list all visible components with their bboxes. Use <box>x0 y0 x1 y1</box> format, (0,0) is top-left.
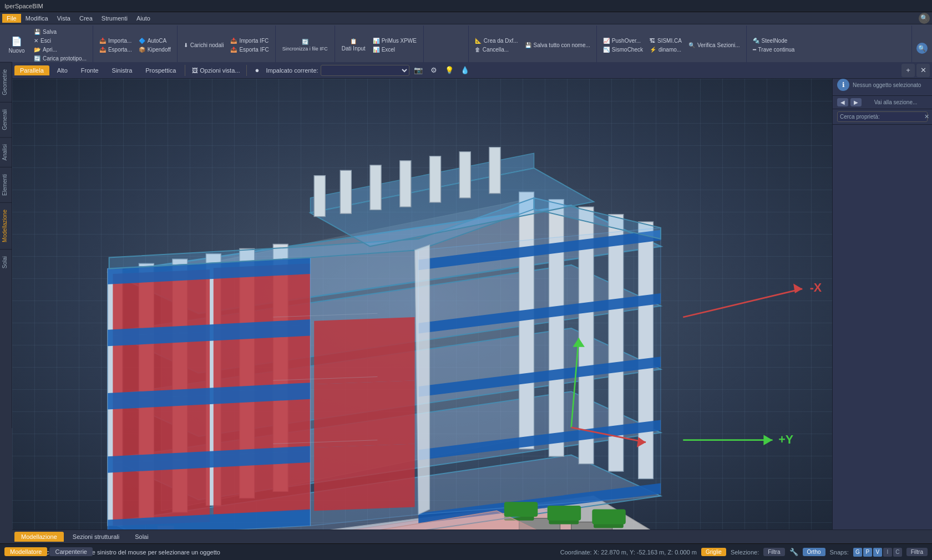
verifica-sezioni-button[interactable]: 🔍Verifica Sezioni... <box>686 41 743 49</box>
apri-button[interactable]: 📂Apri... <box>31 45 89 54</box>
cancella-button[interactable]: 🗑Cancella... <box>472 45 521 54</box>
vai-sezione-label[interactable]: Vai alla sezione... <box>864 99 928 105</box>
sidebar-tab-analisi[interactable]: Analisi <box>0 137 12 167</box>
menu-vista[interactable]: Vista <box>53 14 75 23</box>
svg-rect-42 <box>548 506 581 521</box>
svg-rect-35 <box>489 147 500 194</box>
menu-bar: File Modifica Vista Crea Strumenti Aiuto… <box>0 12 932 24</box>
close-viewport-icon[interactable]: ✕ <box>916 64 930 77</box>
salva-button[interactable]: 💾Salva <box>31 28 89 36</box>
menu-modifica[interactable]: Modifica <box>21 14 53 23</box>
bottom-tab-sezioni[interactable]: Sezioni strutturali <box>66 532 126 542</box>
opzioni-vista-button[interactable]: 🖼 Opzioni vista... <box>189 66 243 75</box>
view-toolbar: Parallela Alto Fronte Sinistra Prospetti… <box>12 62 932 79</box>
bottom-tab-solai[interactable]: Solai <box>128 532 155 542</box>
separator2 <box>246 65 247 76</box>
viewport[interactable]: -X +Y -Z Z X Y <box>12 79 832 530</box>
steelnode-button[interactable]: 🔩SteelNode <box>750 37 798 45</box>
nuovo-button[interactable]: 📄 Nuovo <box>3 34 30 55</box>
svg-line-44 <box>683 289 802 317</box>
sincronizza-button[interactable]: 🔄 Sincronizza i file IFC <box>279 37 331 53</box>
no-object-label: Nessun oggetto selezionato <box>853 82 921 88</box>
svg-rect-29 <box>314 176 325 217</box>
dati-input-button[interactable]: 📋 Dati Input <box>338 37 369 53</box>
building-3d: -X +Y -Z Z X Y <box>12 79 832 530</box>
cerca-clear-icon[interactable]: ✕ <box>924 113 929 120</box>
view-tab-alto[interactable]: Alto <box>52 65 73 75</box>
snap-v[interactable]: V <box>873 548 882 557</box>
bottom-tab-modellazione[interactable]: Modellazione <box>14 532 64 542</box>
kipendoff-button[interactable]: 📦Kipendoff <box>136 45 174 54</box>
snap-p[interactable]: P <box>863 548 872 557</box>
properties-search: Cerca proprietà: ✕ <box>833 109 932 125</box>
salva-tutto-button[interactable]: 💾Salva tutto con nome... <box>522 41 593 49</box>
sismocheck-button[interactable]: 📉SismoCheck <box>600 45 646 54</box>
svg-rect-30 <box>340 170 351 213</box>
primus-xpwe-button[interactable]: 📊PriMus XPWE <box>370 37 419 45</box>
griglie-button[interactable]: Griglie <box>701 548 726 556</box>
ribbon-buttons-importa: 📥Importa... 📤Esporta... 🔷AutoCA 📦Kipendo… <box>97 27 174 63</box>
view-tab-prospettica[interactable]: Prospettica <box>140 65 181 75</box>
esporta-ifc-button[interactable]: 📤Esporta IFC <box>227 45 271 54</box>
snap-g[interactable]: G <box>853 548 862 557</box>
lower-left-tabs: Modellatore Carpenterie <box>0 543 97 560</box>
menu-strumenti[interactable]: Strumenti <box>97 14 132 23</box>
svg-rect-34 <box>459 152 470 198</box>
expand-icon[interactable]: + <box>901 64 915 77</box>
nav-fwd-button[interactable]: ▶ <box>850 98 862 106</box>
svg-rect-32 <box>400 161 411 207</box>
ll-tab-carpenterie[interactable]: Carpenterie <box>49 547 92 556</box>
light-icon[interactable]: 💡 <box>443 64 456 77</box>
filter-icon[interactable]: 🔧 <box>789 548 798 556</box>
autocad-button[interactable]: 🔷AutoCA <box>136 37 174 45</box>
ll-tab-modellatore[interactable]: Modellatore <box>4 547 47 556</box>
trave-continua-button[interactable]: ━Trave continua <box>750 45 798 54</box>
ribbon-search-icon[interactable]: 🔍 <box>916 43 928 54</box>
snap-i[interactable]: I <box>883 548 892 557</box>
menu-crea[interactable]: Crea <box>75 14 97 23</box>
sidebar-tab-modellazione[interactable]: Modellazione <box>0 202 12 249</box>
carica-prototipo-button[interactable]: 🔄Carica prototipo... <box>31 54 89 63</box>
camera-icon[interactable]: 📷 <box>412 64 425 77</box>
app-title: IperSpaceBIM <box>4 3 43 9</box>
sidebar-tab-geometrie[interactable]: Geometrie <box>0 62 12 102</box>
svg-marker-48 <box>763 435 772 445</box>
viewport-controls: + ✕ <box>901 64 930 77</box>
crea-da-dxf-button[interactable]: 📐Crea da Dxf... <box>472 37 521 45</box>
sidebar-tab-elementi[interactable]: Elementi <box>0 167 12 202</box>
view-tab-fronte[interactable]: Fronte <box>75 65 104 75</box>
drop-icon[interactable]: 💧 <box>458 64 472 77</box>
sidebar-tab-solai[interactable]: Solai <box>0 249 12 275</box>
ortho-button[interactable]: Ortho <box>803 548 825 556</box>
snap-c[interactable]: C <box>893 548 902 557</box>
properties-panel: Proprietà 🗗 ✕ ℹ Nessun oggetto seleziona… <box>832 62 932 530</box>
filtra-right-button[interactable]: Filtra <box>906 548 928 556</box>
search-icon[interactable]: 🔍 <box>919 13 930 24</box>
nav-back-button[interactable]: ◀ <box>837 98 848 106</box>
sismica-button[interactable]: 🏗SISMI.CA <box>647 37 685 45</box>
search-field-container: Cerca proprietà: ✕ <box>837 111 928 122</box>
dinamo-button[interactable]: ⚡dinamo... <box>647 45 685 54</box>
view-tab-parallela[interactable]: Parallela <box>14 65 49 75</box>
esci-button[interactable]: ✕Esci <box>31 37 89 45</box>
importa-ifc-button[interactable]: 📥Importa IFC <box>227 37 271 45</box>
properties-nav: ◀ ▶ Vai alla sezione... <box>833 96 932 109</box>
svg-marker-45 <box>793 283 802 293</box>
svg-text:-X: -X <box>810 281 822 294</box>
dati-input-icon: 📋 <box>350 38 357 44</box>
menu-file[interactable]: File <box>2 14 21 23</box>
importa-button[interactable]: 📥Importa... <box>97 37 135 45</box>
settings-icon[interactable]: ⚙ <box>427 64 440 77</box>
impalcato-select[interactable] <box>321 65 409 76</box>
carichi-nodali-button[interactable]: ⬇Carichi nodali <box>181 41 227 49</box>
viewport-bg: -X +Y -Z Z X Y <box>12 79 832 530</box>
view-toggle-icon1[interactable]: ● <box>250 64 264 77</box>
esporta-button[interactable]: 📤Esporta... <box>97 45 135 54</box>
excel-button[interactable]: 📊Excel <box>370 45 419 54</box>
filtra-left-button[interactable]: Filtra <box>763 548 784 556</box>
menu-aiuto[interactable]: Aiuto <box>132 14 155 23</box>
cerca-input[interactable] <box>880 114 924 120</box>
sidebar-tab-generali[interactable]: Generali <box>0 102 12 137</box>
pushover-button[interactable]: 📈PushOver... <box>600 37 646 45</box>
view-tab-sinistra[interactable]: Sinistra <box>107 65 138 75</box>
